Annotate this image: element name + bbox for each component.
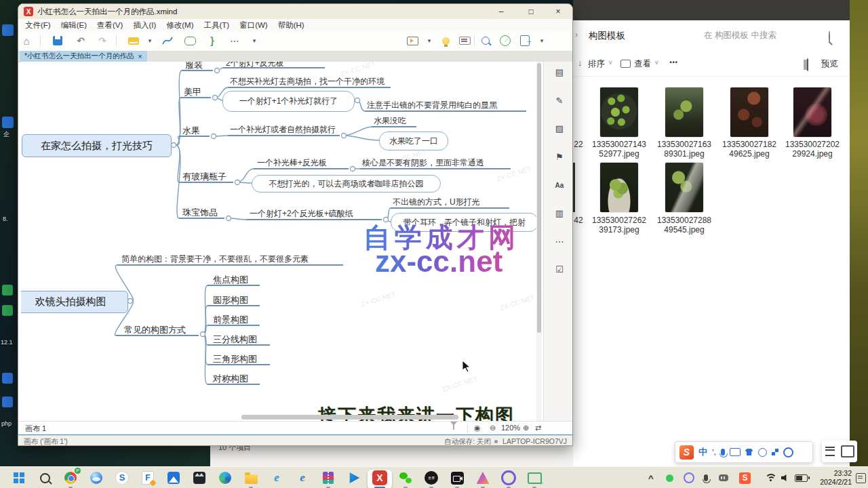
taskbar-screencast-icon[interactable]	[526, 469, 543, 487]
topic-branch[interactable]: 水果没吃	[374, 115, 406, 127]
topic-lighting-root[interactable]: 在家怎么拍摄，打光技巧	[22, 134, 172, 157]
settings-wheel-icon[interactable]	[783, 447, 793, 458]
relationship-button[interactable]	[161, 35, 174, 47]
topic-branch[interactable]: 一个射灯+1个补光灯就行了	[222, 91, 355, 112]
topic-branch[interactable]: 简单的构图：背景要干净，不要很乱，不要很多元素	[121, 253, 309, 265]
presentation-button[interactable]	[406, 35, 419, 47]
topic-branch[interactable]: 不想打光的，可以去商场或者咖啡店拍公园	[252, 175, 441, 192]
topic-branch[interactable]: 2个射灯+反光板	[226, 62, 284, 69]
skin-shirt-icon[interactable]	[745, 449, 753, 455]
taskbar-wechat-icon[interactable]	[397, 469, 414, 487]
toolbox-grid-icon[interactable]	[772, 449, 778, 455]
window-titlebar[interactable]: X 小红书怎么一天拍出一个月的作品.xmind – □ ×	[18, 4, 572, 19]
image-thumbnail[interactable]	[793, 87, 831, 137]
volume-icon[interactable]	[781, 469, 789, 487]
topic-branch[interactable]: 不出镜的方式，U形打光	[393, 197, 480, 208]
export-button[interactable]	[518, 35, 532, 47]
desktop-icon[interactable]	[2, 396, 13, 407]
zoom-out-icon[interactable]: ⊖	[490, 424, 496, 432]
task-icon[interactable]: ☑	[553, 264, 566, 276]
taskbar-wps-icon[interactable]: F	[139, 469, 157, 487]
menu-help[interactable]: 帮助(H)	[278, 20, 304, 30]
menu-file[interactable]: 文件(F)	[25, 20, 51, 30]
tray-meeting-icon[interactable]: S	[739, 469, 751, 487]
search-icon[interactable]	[829, 30, 830, 43]
tray-microphone-icon[interactable]	[704, 469, 708, 487]
idea-lightbulb-button[interactable]	[439, 35, 452, 47]
chevron-down-icon[interactable]: ▾	[535, 35, 549, 47]
sort-icon[interactable]: ↓	[578, 58, 583, 68]
file-item[interactable]: 133530027182 49625.jpeg	[717, 140, 782, 159]
vertical-scrollbar-track[interactable]	[536, 62, 542, 421]
taskbar-photos-icon[interactable]	[165, 469, 182, 487]
topic-branch[interactable]: 圆形构图	[213, 294, 248, 306]
summary-button[interactable]: }	[205, 35, 219, 47]
view-icon[interactable]	[620, 60, 631, 68]
topic-branch[interactable]: 美甲	[184, 86, 201, 98]
desktop-icon[interactable]	[2, 305, 13, 316]
desktop-icon[interactable]	[2, 285, 13, 296]
chevron-down-icon[interactable]: ▾	[248, 35, 261, 47]
tray-green-icon[interactable]	[666, 469, 673, 487]
maximize-button[interactable]: □	[519, 4, 542, 19]
taskbar-winrar-icon[interactable]	[319, 469, 337, 487]
taskbar-edge-icon[interactable]	[216, 469, 234, 487]
taskbar-s-browser-icon[interactable]: S	[113, 469, 131, 487]
topic-branch[interactable]: 核心是不要有阴影，里面非常通透	[362, 157, 484, 169]
topic-branch[interactable]: 珠宝饰品	[182, 207, 218, 219]
taskbar-quark-icon[interactable]	[87, 469, 105, 487]
taskbar-search-icon[interactable]	[36, 469, 54, 487]
topic-branch[interactable]: 服装	[185, 62, 203, 71]
image-thumbnail[interactable]	[730, 87, 768, 137]
image-thumbnail[interactable]	[665, 87, 703, 137]
share-button[interactable]	[498, 35, 512, 47]
zoom-level[interactable]: 120%	[501, 424, 520, 432]
topic-branch[interactable]: 不想买补光灯去商场拍，找一个干净的环境	[230, 76, 384, 87]
save-button[interactable]	[51, 35, 64, 47]
menu-insert[interactable]: 插入(I)	[133, 20, 156, 30]
desktop-icon[interactable]	[2, 24, 14, 36]
home-button[interactable]: ⌂	[20, 35, 33, 47]
keyboard-icon[interactable]	[730, 448, 741, 456]
notes-icon[interactable]: ▥	[553, 207, 566, 220]
topic-branch[interactable]: 有玻璃瓶子	[182, 171, 226, 183]
zoom-in-icon[interactable]: ⊕	[523, 424, 529, 432]
tab-close-icon[interactable]: ×	[138, 52, 142, 60]
topic-branch[interactable]: 水果吃了一口	[379, 131, 448, 150]
boundary-button[interactable]	[183, 35, 197, 47]
file-item[interactable]: 133530027262 39173.jpeg	[587, 216, 652, 235]
canvas-tab[interactable]: 画布 1	[25, 424, 46, 434]
tray-purple-ring-icon[interactable]	[684, 469, 694, 487]
desktop-icon[interactable]	[2, 373, 13, 384]
fit-map-icon[interactable]: ⇄	[535, 424, 541, 432]
comment-icon[interactable]: ⋯	[553, 236, 566, 248]
clock[interactable]: 23:32 2024/2/21	[812, 469, 852, 487]
file-item[interactable]: 133530027202 29924.jpeg	[780, 140, 845, 159]
more-button[interactable]: ⋯	[669, 57, 678, 67]
file-item[interactable]: 133530027163 89301.jpeg	[652, 140, 717, 159]
topic-branch[interactable]: 常见的构图方式	[124, 324, 186, 336]
format-panel-button[interactable]	[458, 35, 471, 47]
sort-button[interactable]: 排序	[588, 58, 605, 70]
taskbar-mountain-app-icon[interactable]	[474, 469, 492, 487]
topic-branch[interactable]: 一个射灯+2个反光板+硫酸纸	[250, 208, 353, 220]
tray-gamepad-icon[interactable]	[719, 469, 728, 487]
close-button[interactable]: ×	[547, 4, 570, 19]
menu-modify[interactable]: 修改(M)	[166, 20, 193, 30]
chinese-mode-icon[interactable]: 中	[698, 446, 707, 458]
emoji-robot-icon[interactable]	[758, 448, 767, 457]
topic-branch[interactable]: 一个补光灯或者自然拍摄就行	[230, 124, 336, 136]
nav-forward-icon[interactable]: ›	[575, 30, 578, 39]
notification-center-icon[interactable]	[856, 469, 866, 487]
mindmap-canvas[interactable]: ZX-CC.NET ZX-CC.NET ZX-CC.NET ZX-CC.NET …	[21, 62, 543, 421]
image-thumbnail[interactable]	[600, 87, 638, 137]
topic-branch[interactable]: 对称构图	[213, 373, 248, 385]
tray-expand-chevron[interactable]: ^	[648, 469, 654, 487]
topic-branch[interactable]: 注意手出镜的不要背景用纯白的显黑	[367, 100, 497, 111]
view-button[interactable]: 查看	[634, 58, 651, 70]
more-tools-button[interactable]: ⋯	[228, 35, 241, 47]
taskbar-ie-icon[interactable]: e	[268, 469, 285, 487]
undo-button[interactable]: ↶	[74, 35, 87, 47]
redo-button[interactable]: ↷	[96, 35, 109, 47]
topic-branch[interactable]: 焦点构图	[213, 274, 248, 286]
